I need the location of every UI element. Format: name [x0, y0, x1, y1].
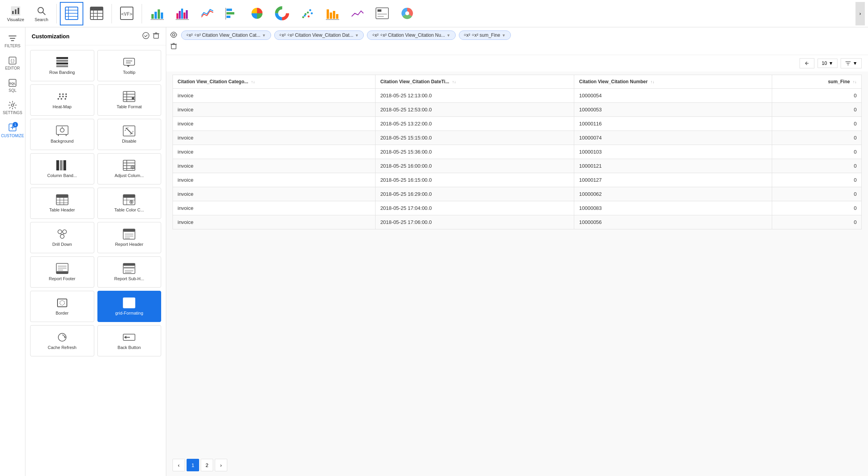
fields-row: ÷x² ÷x² Citation View_Citation Cat... ▼ … — [166, 27, 868, 55]
table-cell-0-3: 0 — [772, 89, 862, 103]
customization-check-btn[interactable] — [142, 32, 149, 40]
svg-point-75 — [62, 96, 64, 97]
sidebar-item-sql[interactable]: SQL SQL — [1, 75, 24, 96]
sidebar-item-settings[interactable]: SETTINGS — [1, 97, 24, 118]
table-row: invoice2018-05-25 17:04:00.0100000830 — [173, 201, 862, 215]
field-trash-btn[interactable] — [169, 42, 178, 52]
svg-rect-133 — [123, 267, 135, 268]
svg-point-42 — [304, 14, 306, 16]
customization-title: Customization — [32, 33, 69, 39]
page-2-btn[interactable]: 2 — [201, 459, 213, 471]
table-row: invoice2018-05-25 16:00:00.0100001210 — [173, 159, 862, 173]
pie1-btn[interactable] — [245, 2, 269, 25]
page-1-btn[interactable]: 1 — [187, 459, 199, 471]
custom-item-heat-map[interactable]: Heat-Map — [30, 84, 94, 116]
toolbar-collapse-btn[interactable]: › — [855, 2, 865, 25]
custom-item-report-sub-h[interactable]: Report Sub-H... — [97, 256, 162, 288]
customization-grid: Row Banding Tooltip — [25, 45, 166, 361]
histogram-btn[interactable] — [320, 2, 344, 25]
custom-item-row-banding[interactable]: Row Banding — [30, 50, 94, 81]
page-next-btn[interactable]: › — [215, 459, 227, 471]
field-chip-1[interactable]: ÷x² ÷x² Citation View_Citation Cat... ▼ — [181, 30, 271, 40]
table-cell-5-2: 10000121 — [574, 159, 772, 173]
custom-item-grid-formatting[interactable]: grid-Formating — [97, 291, 162, 322]
page-prev-btn[interactable]: ‹ — [173, 459, 185, 471]
custom-item-back-button[interactable]: Back Button — [97, 325, 162, 356]
donut1-btn[interactable] — [270, 2, 294, 25]
svg-rect-48 — [333, 11, 335, 19]
scatter-btn[interactable] — [295, 2, 319, 25]
svg-point-43 — [309, 9, 311, 11]
table-cell-9-3: 0 — [772, 215, 862, 229]
svg-rect-30 — [226, 9, 232, 11]
col-header-2[interactable]: Citation View_Citation DateTi... ↑↓ — [376, 75, 574, 89]
svg-text:SQL: SQL — [9, 82, 16, 85]
col-header-1[interactable]: Citation View_Citation Catego... ↑↓ — [173, 75, 376, 89]
custom-item-report-footer[interactable]: Report Footer — [30, 256, 94, 288]
sidebar-item-filters[interactable]: FILTERS — [1, 30, 24, 51]
gauge-btn[interactable] — [370, 2, 394, 25]
field-chip-2[interactable]: ÷x² ÷x² Citation View_Citation Dat... ▼ — [274, 30, 364, 40]
table-row: invoice2018-05-25 16:29:00.0100000620 — [173, 187, 862, 201]
table2-btn[interactable] — [85, 2, 108, 25]
custom-item-drill-down[interactable]: Drill Down — [30, 222, 94, 253]
table-row: invoice2018-05-25 15:36:00.0100001030 — [173, 145, 862, 159]
bar2-btn[interactable] — [170, 2, 194, 25]
bar1-btn[interactable] — [145, 2, 169, 25]
table-cell-8-1: 2018-05-25 17:04:00.0 — [376, 201, 574, 215]
sidebar-item-customize[interactable]: 1 CUSTOMIZE — [1, 120, 24, 141]
custom-item-report-header[interactable]: Report Header — [97, 222, 162, 253]
custom-item-background[interactable]: Background — [30, 119, 94, 150]
bar3-btn[interactable] — [220, 2, 244, 25]
svg-rect-2 — [15, 9, 16, 14]
line1-btn[interactable] — [195, 2, 219, 25]
rows-count-btn[interactable]: 10 ▼ — [818, 59, 837, 68]
svg-point-44 — [311, 12, 313, 14]
custom-item-cache-refresh[interactable]: Cache Refresh — [30, 325, 94, 356]
svg-rect-105 — [56, 195, 68, 198]
visualize-btn[interactable]: Visualize — [3, 2, 28, 25]
table-cell-5-0: invoice — [173, 159, 376, 173]
svg-rect-24 — [176, 13, 178, 19]
svg-point-61 — [11, 104, 14, 106]
sidebar-item-editor[interactable]: {;} EDITOR — [1, 53, 24, 73]
svg-point-90 — [60, 128, 64, 132]
custom-item-table-header[interactable]: Table Header — [30, 188, 94, 219]
svg-rect-88 — [132, 97, 134, 99]
custom-item-table-color[interactable]: Table Color C... — [97, 188, 162, 219]
svg-line-120 — [62, 234, 65, 234]
field-eye-btn[interactable] — [169, 30, 178, 40]
search-btn[interactable]: Search — [30, 2, 53, 25]
custom-item-table-format[interactable]: Table Format — [97, 84, 162, 116]
svg-marker-148 — [65, 336, 66, 338]
svg-point-117 — [63, 230, 66, 234]
table-cell-9-1: 2018-05-25 17:06:00.0 — [376, 215, 574, 229]
svg-rect-3 — [18, 8, 19, 14]
custom-item-border[interactable]: Border — [30, 291, 94, 322]
custom-item-disable[interactable]: Disable — [97, 119, 162, 150]
table-filter-btn[interactable]: ▼ — [841, 58, 862, 68]
field-chip-3[interactable]: ÷x² ÷x² Citation View_Citation Nu... ▼ — [367, 30, 455, 40]
svg-text:{;}: {;} — [11, 59, 14, 63]
svg-point-152 — [173, 34, 175, 36]
custom-item-adjust-columns[interactable]: Adjust Colum... — [97, 153, 162, 184]
custom-item-column-banding[interactable]: Column Band... — [30, 153, 94, 184]
line2-btn[interactable] — [345, 2, 369, 25]
svg-rect-1 — [12, 11, 14, 14]
custom-item-tooltip[interactable]: Tooltip — [97, 50, 162, 81]
col-header-3[interactable]: Citation View_Citation Number ↑↓ — [574, 75, 772, 89]
vf-btn[interactable]: <VF> — [115, 2, 138, 25]
rows-left-btn[interactable] — [800, 58, 814, 68]
svg-point-74 — [59, 96, 61, 97]
table-cell-6-3: 0 — [772, 173, 862, 187]
field-chip-4[interactable]: ÷x² ÷x² sum_Fine ▼ — [459, 30, 511, 40]
col-header-4[interactable]: sum_Fine ↑↓ — [772, 75, 862, 89]
svg-point-38 — [280, 11, 284, 16]
customization-delete-btn[interactable] — [153, 32, 160, 40]
pie2-btn[interactable] — [395, 2, 419, 25]
svg-rect-111 — [123, 195, 135, 198]
table1-btn[interactable] — [60, 2, 83, 25]
svg-rect-93 — [56, 160, 59, 170]
table-cell-9-0: invoice — [173, 215, 376, 229]
svg-text:<VF>: <VF> — [121, 11, 132, 17]
